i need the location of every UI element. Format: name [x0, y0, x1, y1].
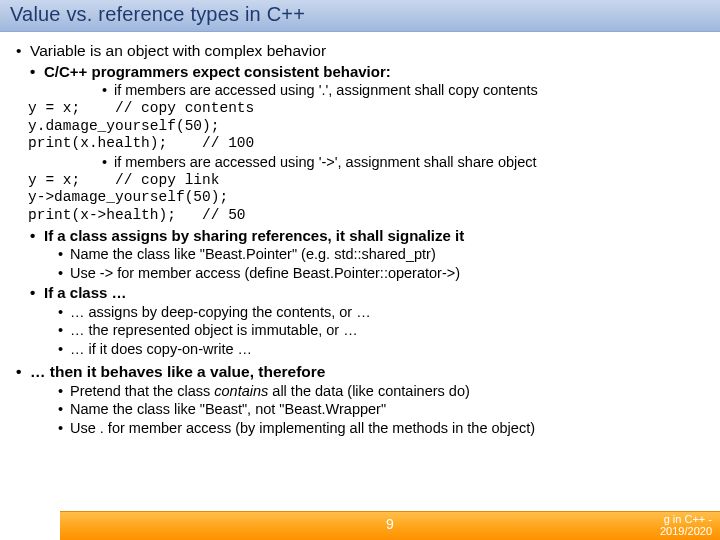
text-pretend-pre: Pretend that the class: [70, 383, 214, 399]
bullet-l3-cow: … if it does copy-on-write …: [14, 341, 706, 359]
text-pretend-post: all the data (like containers do): [268, 383, 470, 399]
footer-line2: 2019/2020: [660, 525, 712, 537]
text-pretend-em: contains: [214, 383, 268, 399]
bullet-l3-name-beast: Name the class like "Beast", not "Beast.…: [14, 401, 706, 419]
code-block-2: y = x; // copy link y->damage_yourself(5…: [28, 172, 706, 225]
page-number: 9: [386, 516, 394, 532]
footer-right: g in C++ - 2019/2020: [660, 513, 712, 537]
bullet-l2-signalize: If a class assigns by sharing references…: [14, 227, 706, 245]
slide: Value vs. reference types in C++ Variabl…: [0, 0, 720, 540]
bullet-l3-arrow-access: Use -> for member access (define Beast.P…: [14, 265, 706, 283]
bullet-l3-deepcopy: … assigns by deep-copying the contents, …: [14, 304, 706, 322]
bullet-l3-pretend: Pretend that the class contains all the …: [14, 383, 706, 401]
slide-title: Value vs. reference types in C++: [0, 0, 720, 32]
bullet-l3-arrow-share: if members are accessed using '->', assi…: [14, 154, 706, 172]
bullet-l2-if-class: If a class …: [14, 284, 706, 302]
bullet-l2-expect: C/C++ programmers expect consistent beha…: [14, 63, 706, 81]
code-block-1: y = x; // copy contents y.damage_yoursel…: [28, 100, 706, 153]
bullet-l3-immutable: … the represented object is immutable, o…: [14, 322, 706, 340]
footer-bar: 9 g in C++ - 2019/2020: [60, 511, 720, 540]
bullet-l3-dot-access: Use . for member access (by implementing…: [14, 420, 706, 438]
footer-line1: g in C++ -: [664, 513, 712, 525]
bullet-l3-dot-copy: if members are accessed using '.', assig…: [14, 82, 706, 100]
bullet-l1-variable: Variable is an object with complex behav…: [14, 42, 706, 61]
bullet-l1-then-value: … then it behaves like a value, therefor…: [14, 363, 706, 382]
slide-body: Variable is an object with complex behav…: [0, 32, 720, 438]
bullet-l3-name-pointer: Name the class like "Beast.Pointer" (e.g…: [14, 246, 706, 264]
